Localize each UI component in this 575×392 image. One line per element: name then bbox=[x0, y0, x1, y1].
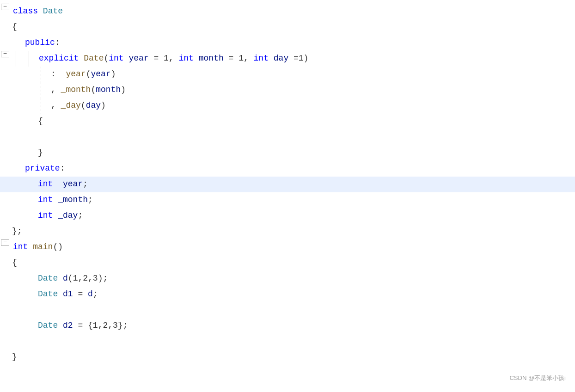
code-line: Date d2 = {1,2,3}; bbox=[0, 318, 575, 334]
fold-gutter bbox=[0, 224, 8, 239]
token-plain: ; bbox=[93, 288, 98, 301]
code-line: private: bbox=[0, 161, 575, 177]
fold-gutter bbox=[0, 255, 8, 271]
indent-guide bbox=[8, 161, 21, 177]
fold-gutter bbox=[0, 318, 8, 334]
code-content: Date d2 = {1,2,3}; bbox=[34, 318, 575, 334]
code-content: } bbox=[8, 349, 575, 365]
indent-guide bbox=[21, 129, 34, 145]
token-plain: = {1,2,3}; bbox=[73, 319, 128, 332]
token-plain: ( bbox=[104, 52, 109, 65]
fold-gutter bbox=[0, 192, 8, 208]
token-class-name: Date bbox=[43, 5, 63, 18]
indent-guide bbox=[8, 208, 21, 224]
token-plain: : bbox=[55, 37, 60, 49]
code-content: explicit Date(int year = 1, int month = … bbox=[35, 51, 575, 67]
code-content: { bbox=[8, 255, 575, 271]
code-line: { bbox=[0, 19, 575, 35]
token-kw-keyword: class bbox=[13, 5, 38, 18]
token-kw-keyword: int bbox=[38, 194, 53, 207]
indent-guide bbox=[34, 82, 47, 98]
code-content: Date d(1,2,3); bbox=[34, 271, 575, 287]
token-param-name: d1 bbox=[63, 288, 73, 301]
fold-gutter bbox=[0, 98, 8, 114]
code-content bbox=[34, 129, 575, 145]
fold-gutter bbox=[0, 208, 8, 224]
code-line: , _day(day) bbox=[0, 98, 575, 114]
code-content: public: bbox=[21, 35, 575, 51]
indent-guide bbox=[21, 287, 34, 302]
fold-gutter bbox=[0, 271, 8, 287]
code-content: { bbox=[34, 114, 575, 129]
code-content: }; bbox=[8, 224, 575, 239]
indent-guide bbox=[8, 67, 21, 82]
indent-guide bbox=[8, 145, 21, 161]
code-line: } bbox=[0, 145, 575, 161]
code-content: : _year(year) bbox=[47, 67, 575, 82]
token-plain: , bbox=[51, 99, 61, 112]
indent-guide bbox=[21, 98, 34, 114]
fold-gutter bbox=[0, 67, 8, 82]
fold-gutter bbox=[0, 334, 8, 349]
token-kw-keyword: explicit bbox=[39, 52, 79, 65]
token-plain: ) bbox=[111, 68, 116, 81]
indent-guide bbox=[8, 192, 21, 208]
fold-gutter bbox=[0, 161, 8, 177]
code-content: } bbox=[34, 145, 575, 161]
token-param-name: year bbox=[128, 52, 148, 65]
code-content bbox=[8, 334, 575, 349]
token-plain bbox=[53, 194, 58, 207]
code-line: −explicit Date(int year = 1, int month =… bbox=[0, 51, 575, 67]
indent-guide bbox=[8, 318, 21, 334]
token-plain bbox=[124, 52, 129, 65]
token-func-name: _day bbox=[61, 99, 81, 112]
fold-gutter bbox=[0, 287, 8, 302]
token-plain: { bbox=[12, 257, 17, 270]
token-param-name: d bbox=[63, 272, 68, 285]
code-content: { bbox=[8, 19, 575, 35]
fold-gutter[interactable]: − bbox=[1, 51, 9, 57]
code-line: int _day; bbox=[0, 208, 575, 224]
token-plain: : bbox=[51, 68, 61, 81]
token-param-name: day bbox=[86, 99, 101, 112]
token-plain: = bbox=[73, 288, 88, 301]
token-plain: ; bbox=[83, 178, 88, 191]
code-line bbox=[0, 302, 575, 318]
token-plain bbox=[194, 52, 199, 65]
token-param-name: d bbox=[88, 288, 93, 301]
token-plain: } bbox=[38, 147, 43, 159]
code-line: , _month(month) bbox=[0, 82, 575, 98]
code-content: , _month(month) bbox=[47, 82, 575, 98]
token-plain bbox=[28, 241, 33, 254]
token-func-name: _month bbox=[61, 84, 91, 97]
token-plain: { bbox=[12, 21, 17, 34]
token-kw-keyword: int bbox=[109, 52, 123, 65]
indent-guide bbox=[8, 82, 21, 98]
token-plain: { bbox=[38, 115, 43, 128]
fold-gutter[interactable]: − bbox=[1, 4, 9, 10]
token-plain: } bbox=[12, 351, 17, 364]
code-line: public: bbox=[0, 35, 575, 51]
token-kw-keyword: int bbox=[38, 209, 53, 222]
token-plain bbox=[269, 52, 274, 65]
indent-guide bbox=[21, 208, 34, 224]
token-param-name: month bbox=[96, 84, 121, 97]
code-line: }; bbox=[0, 224, 575, 239]
token-plain: =1) bbox=[288, 52, 308, 65]
token-plain: , bbox=[51, 84, 61, 97]
token-access-spec: private bbox=[25, 162, 60, 175]
token-plain bbox=[53, 178, 58, 191]
fold-gutter[interactable]: − bbox=[1, 239, 9, 246]
token-plain bbox=[58, 288, 63, 301]
token-class-name: Date bbox=[38, 319, 58, 332]
token-param-name: month bbox=[199, 52, 224, 65]
token-plain: = 1, bbox=[149, 52, 179, 65]
code-line: Date d(1,2,3); bbox=[0, 271, 575, 287]
token-param-name: _day bbox=[58, 209, 78, 222]
indent-guide bbox=[21, 82, 34, 98]
token-plain bbox=[38, 5, 43, 18]
token-func-name: Date bbox=[84, 52, 104, 65]
code-line: int _year; bbox=[0, 177, 575, 192]
token-class-name: Date bbox=[38, 288, 58, 301]
code-content: int _month; bbox=[34, 192, 575, 208]
